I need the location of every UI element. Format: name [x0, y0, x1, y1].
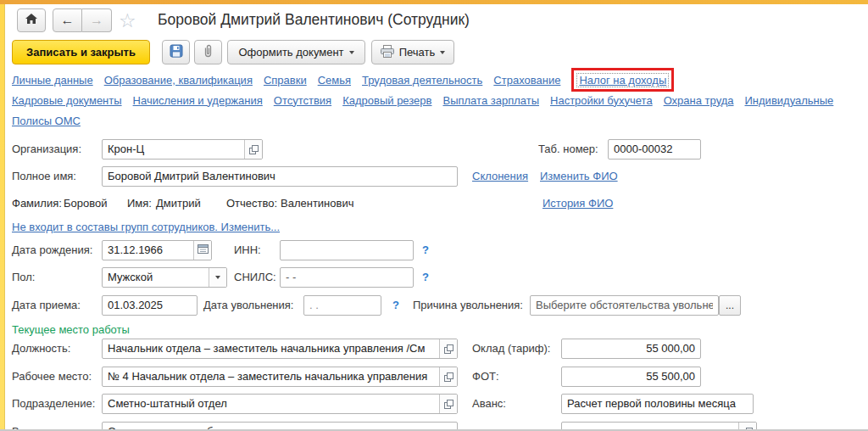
calendar-button[interactable]: [193, 241, 211, 260]
organization-label: Организация:: [12, 139, 81, 160]
salary-label: Оклад (тариф):: [472, 339, 550, 359]
tab-income-tax[interactable]: Налог на доходы: [576, 73, 669, 87]
workplace-label: Рабочее место:: [12, 367, 92, 387]
inn-help-link[interactable]: ?: [422, 240, 429, 260]
page-title: Боровой Дмитрий Валентинович (Сотрудник): [158, 11, 470, 29]
window-left-border: [0, 4, 5, 431]
workplace-value: № 4 Начальник отдела – заместитель начал…: [108, 367, 434, 386]
fot-input[interactable]: 55 500,00: [561, 367, 701, 387]
window-top-border: [0, 0, 868, 4]
tab-personal-data[interactable]: Личные данные: [12, 74, 93, 87]
nav-row-1: Личные данные Образование, квалификация …: [12, 68, 868, 92]
advance-label: Аванс:: [472, 394, 506, 414]
fio-history-link[interactable]: История ФИО: [542, 193, 613, 214]
open-icon: [249, 145, 259, 154]
tab-oms-policies[interactable]: Полисы ОМС: [12, 115, 81, 127]
tab-work-activity[interactable]: Трудовая деятельность: [362, 74, 482, 87]
birth-date-input[interactable]: 31.12.1966: [102, 240, 212, 260]
workplace-input[interactable]: № 4 Начальник отдела – заместитель начал…: [102, 367, 458, 387]
tab-certificates[interactable]: Справки: [264, 74, 307, 87]
open-icon: [444, 372, 453, 382]
snils-label: СНИЛС:: [234, 267, 276, 288]
back-button[interactable]: ←: [53, 8, 82, 32]
full-name-label: Полное имя:: [12, 166, 76, 187]
hire-date-input[interactable]: 01.03.2025: [102, 295, 198, 316]
open-position-icon[interactable]: [439, 339, 457, 358]
advance-input[interactable]: Расчет первой половины месяца: [561, 394, 754, 414]
open-department-icon[interactable]: [439, 395, 457, 413]
surname-value: Боровой: [64, 196, 107, 211]
organization-input[interactable]: Крон-Ц: [102, 139, 263, 160]
sex-select[interactable]: Мужской: [102, 267, 227, 288]
name-value: Дмитрий: [156, 196, 201, 211]
birth-date-label: Дата рождения:: [12, 240, 92, 260]
tab-family[interactable]: Семья: [318, 74, 351, 87]
name-label: Имя:: [127, 196, 152, 211]
printer-icon: [381, 45, 394, 60]
home-icon: [25, 13, 38, 28]
sex-value: Мужской: [108, 268, 203, 287]
employee-groups-link[interactable]: Не входит в составы групп сотрудников. И…: [12, 217, 280, 238]
inn-input[interactable]: [280, 240, 414, 260]
full-name-value: Боровой Дмитрий Валентинович: [108, 167, 452, 186]
save-and-close-label: Записать и закрыть: [26, 46, 136, 59]
fire-date-value: . .: [309, 296, 376, 315]
full-name-input[interactable]: Боровой Дмитрий Валентинович: [102, 166, 458, 187]
make-document-label: Оформить документ: [238, 46, 343, 59]
position-input[interactable]: Начальник отдела – заместитель начальник…: [102, 339, 458, 359]
tab-accounting-settings[interactable]: Настройки бухучета: [550, 94, 653, 107]
tab-education[interactable]: Образование, квалификация: [104, 74, 253, 87]
arrow-left-icon: ←: [61, 13, 75, 28]
fot-value: 55 500,00: [567, 367, 695, 386]
tab-personnel-reserve[interactable]: Кадровый резерв: [342, 94, 431, 107]
change-fio-link[interactable]: Изменить ФИО: [540, 166, 618, 187]
make-document-button[interactable]: Оформить документ: [227, 40, 365, 64]
snils-help-link[interactable]: ?: [422, 267, 429, 288]
patronymic-value: Валентинович: [281, 196, 353, 211]
fire-reason-input[interactable]: Выберите обстоятельства увольнени: [530, 295, 719, 316]
tab-number-input[interactable]: 0000-00032: [608, 139, 701, 160]
open-workplace-icon[interactable]: [439, 367, 457, 386]
tab-insurance[interactable]: Страхование: [493, 74, 560, 87]
fire-reason-more-button[interactable]: ...: [719, 295, 741, 316]
tab-labor-protection[interactable]: Охрана труда: [664, 94, 734, 107]
calendar-icon: [198, 241, 209, 260]
chevron-down-icon: [349, 51, 354, 54]
forward-button[interactable]: →: [82, 8, 112, 32]
department-value: Сметно-штатный отдел: [108, 395, 434, 413]
home-button[interactable]: [17, 8, 46, 32]
print-label: Печать: [399, 46, 436, 59]
floppy-save-icon: [170, 44, 183, 60]
department-label: Подразделение:: [12, 394, 95, 414]
fire-reason-prompt: Выберите обстоятельства увольнени: [536, 296, 713, 315]
department-input[interactable]: Сметно-штатный отдел: [102, 394, 458, 414]
fire-date-help-link[interactable]: ?: [392, 295, 399, 316]
position-value: Начальник отдела – заместитель начальник…: [108, 339, 434, 358]
arrow-right-icon: →: [90, 13, 103, 28]
salary-input[interactable]: 55 000,00: [561, 339, 701, 359]
fire-date-label: Дата увольнения:: [203, 295, 293, 316]
snils-input[interactable]: - -: [280, 267, 414, 288]
save-and-close-button[interactable]: Записать и закрыть: [12, 40, 150, 64]
current-job-section-title: Текущее место работы: [12, 322, 130, 338]
print-button[interactable]: Печать: [371, 40, 454, 64]
tab-accruals-deductions[interactable]: Начисления и удержания: [133, 94, 263, 107]
tab-absences[interactable]: Отсутствия: [274, 94, 331, 107]
tab-salary-payment[interactable]: Выплата зарплаты: [442, 94, 539, 107]
tab-individual[interactable]: Индивидуальные: [745, 94, 834, 107]
declension-link[interactable]: Склонения: [472, 166, 528, 187]
fire-date-input[interactable]: . .: [303, 295, 381, 316]
hire-date-value: 01.03.2025: [108, 296, 192, 315]
attachments-button[interactable]: [194, 40, 222, 64]
paperclip-icon: [203, 44, 214, 61]
inn-label: ИНН:: [234, 240, 261, 260]
red-highlight-box: Налог на доходы: [571, 68, 674, 92]
save-button[interactable]: [162, 40, 190, 64]
open-icon: [444, 344, 453, 354]
tab-hr-documents[interactable]: Кадровые документы: [12, 94, 122, 107]
tab-number-value: 0000-00032: [614, 140, 695, 159]
fire-reason-label: Причина увольнения:: [413, 295, 523, 316]
sex-dropdown-button[interactable]: [209, 268, 226, 287]
open-organization-icon[interactable]: [244, 140, 262, 159]
favorite-star-icon[interactable]: ☆: [119, 11, 136, 31]
